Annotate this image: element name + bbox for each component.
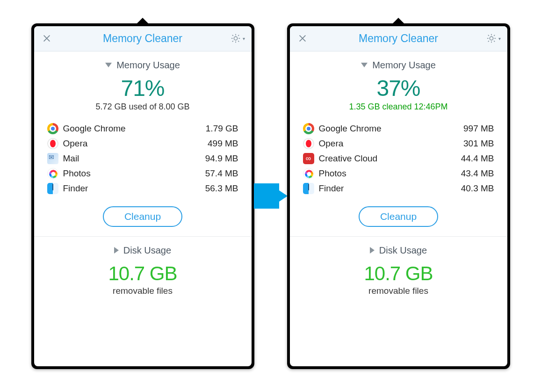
process-row: Google Chrome997 MB [303,121,494,136]
app-title: Memory Cleaner [359,32,438,45]
process-size: 94.9 MB [205,153,238,164]
photos-icon [47,168,58,179]
process-size: 1.79 GB [206,123,238,134]
photos-icon [303,168,314,179]
chevron-right-icon [114,247,119,254]
chrome-icon [47,123,58,134]
opera-icon [303,138,314,149]
process-row: Photos43.4 MB [303,166,494,181]
chevron-right-icon [370,247,375,254]
disk-section-label: Disk Usage [379,245,427,256]
process-row: Opera301 MB [303,136,494,151]
disk-removable-label: removable files [47,286,238,296]
chevron-down-icon: ▾ [243,36,245,41]
memory-subline: 1.35 GB cleaned 12:46PM [303,102,494,112]
process-name: Mail [63,153,79,164]
cc-icon [303,153,314,164]
disk-section-label: Disk Usage [123,245,171,256]
memory-section-label: Memory Usage [372,60,436,71]
process-list: Google Chrome1.79 GBOpera499 MBMail94.9 … [47,121,238,196]
disk-removable-size: 10.7 GB [303,262,494,285]
process-size: 43.4 MB [461,168,494,179]
process-name: Google Chrome [63,123,126,134]
process-size: 44.4 MB [461,153,494,164]
process-size: 499 MB [208,138,238,149]
process-name: Photos [319,168,346,179]
process-name: Creative Cloud [319,153,378,164]
process-size: 40.3 MB [461,183,494,194]
disk-section: Disk Usage 10.7 GB removable files [290,237,507,305]
disk-removable-size: 10.7 GB [47,262,238,285]
titlebar: Memory Cleaner ▾ [290,26,507,51]
close-button[interactable] [41,32,53,44]
finder-icon [47,183,58,194]
chevron-down-icon [361,63,368,67]
process-list: Google Chrome997 MBOpera301 MBCreative C… [303,121,494,196]
window-before: Memory Cleaner ▾ Memory Usage 71% 5.72 G… [31,23,254,369]
cleanup-button[interactable]: Cleanup [359,206,438,227]
window-after: Memory Cleaner ▾ Memory Usage 37% 1.35 G… [287,23,510,369]
finder-icon [303,183,314,194]
memory-subline: 5.72 GB used of 8.00 GB [47,102,238,112]
close-icon [299,35,306,42]
process-size: 997 MB [463,123,494,134]
chevron-down-icon: ▾ [498,36,501,41]
memory-section-header[interactable]: Memory Usage [303,60,494,71]
process-name: Google Chrome [319,123,382,134]
settings-button[interactable]: ▾ [486,33,501,44]
process-name: Opera [319,138,344,149]
memory-section-header[interactable]: Memory Usage [47,60,238,71]
disk-section: Disk Usage 10.7 GB removable files [34,237,252,305]
memory-percent: 71% [47,75,238,101]
chrome-icon [303,123,314,134]
disk-section-header[interactable]: Disk Usage [47,245,238,256]
close-icon [43,35,50,42]
memory-percent: 37% [303,75,494,101]
process-row: Creative Cloud44.4 MB [303,151,494,166]
mail-icon [47,153,58,164]
process-row: Google Chrome1.79 GB [47,121,238,136]
process-row: Mail94.9 MB [47,151,238,166]
process-row: Opera499 MB [47,136,238,151]
memory-section: Memory Usage 37% 1.35 GB cleaned 12:46PM… [290,51,507,236]
process-size: 56.3 MB [205,183,238,194]
close-button[interactable] [296,32,309,44]
process-name: Finder [319,183,344,194]
gear-icon [486,33,497,44]
memory-section: Memory Usage 71% 5.72 GB used of 8.00 GB… [34,51,252,236]
process-name: Finder [63,183,88,194]
titlebar: Memory Cleaner ▾ [34,26,252,51]
disk-removable-label: removable files [303,286,494,296]
process-row: Photos57.4 MB [47,166,238,181]
process-row: Finder40.3 MB [303,181,494,196]
disk-section-header[interactable]: Disk Usage [303,245,494,256]
process-size: 57.4 MB [205,168,238,179]
cleanup-button[interactable]: Cleanup [103,206,182,227]
process-name: Opera [63,138,88,149]
memory-section-label: Memory Usage [116,60,180,71]
chevron-down-icon [105,63,112,67]
opera-icon [47,138,58,149]
process-size: 301 MB [463,138,494,149]
process-name: Photos [63,168,91,179]
transition-arrow-icon [250,179,292,213]
process-row: Finder56.3 MB [47,181,238,196]
settings-button[interactable]: ▾ [231,33,245,44]
app-title: Memory Cleaner [103,32,182,45]
gear-icon [231,33,241,44]
